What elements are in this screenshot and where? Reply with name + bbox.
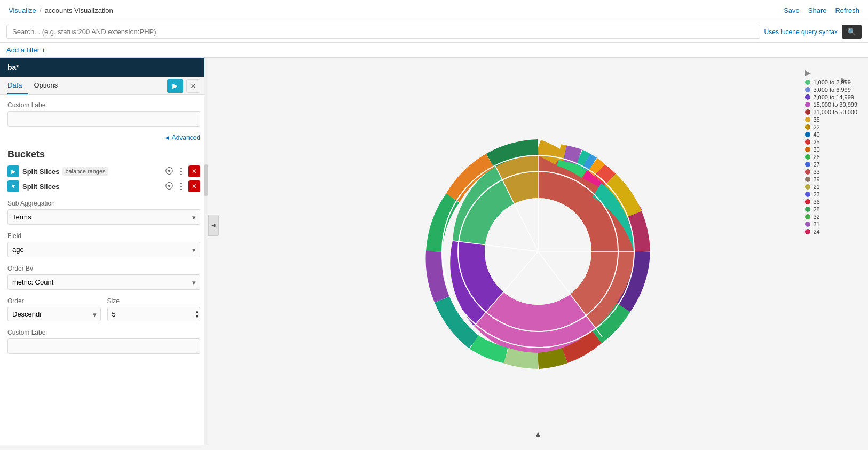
legend-items: 1,000 to 2,9993,000 to 6,9997,000 to 14,… xyxy=(805,79,857,235)
legend-item[interactable]: 30 xyxy=(805,146,857,153)
legend-dot xyxy=(805,94,810,100)
outer-arc-sliver4[interactable] xyxy=(579,157,586,161)
bucket-row-2: ▼ Split Slices ⦿ ⋮ ✕ xyxy=(7,180,200,192)
buckets-title: Buckets xyxy=(7,149,200,160)
search-bar: Uses lucene query syntax 🔍 xyxy=(0,21,868,43)
outer-arc-green3[interactable] xyxy=(434,198,453,251)
outer-arc-purple[interactable] xyxy=(434,251,442,299)
bucket-delete-1[interactable]: ✕ xyxy=(188,165,200,177)
breadcrumb-separator: / xyxy=(40,6,42,14)
legend-item[interactable]: 31 xyxy=(805,221,857,227)
legend-dot xyxy=(805,139,810,145)
legend-item[interactable]: 35 xyxy=(805,116,857,123)
bucket-toggle-1[interactable]: ⦿ xyxy=(165,167,173,176)
legend-label: 28 xyxy=(813,206,819,212)
legend-item[interactable]: 22 xyxy=(805,124,857,130)
size-input[interactable] xyxy=(107,307,201,321)
top-actions: Save Share Refresh xyxy=(784,6,859,14)
advanced-link[interactable]: ◄ Advanced xyxy=(7,134,200,141)
custom-label-bottom-section: Custom Label xyxy=(7,329,200,354)
scroll-up-button[interactable]: ▲ xyxy=(534,430,542,439)
legend-item[interactable]: 7,000 to 14,999 xyxy=(805,94,857,100)
sub-aggregation-select[interactable]: Terms Filters Range xyxy=(7,209,200,225)
legend-dot xyxy=(805,87,810,92)
legend-item[interactable]: 23 xyxy=(805,191,857,198)
outer-arc-olive[interactable] xyxy=(538,356,565,361)
outer-arc-sliver1[interactable] xyxy=(599,170,610,179)
legend-item[interactable]: 28 xyxy=(805,206,857,212)
legend-dot xyxy=(805,199,810,204)
bucket-expand-icon-2: ▼ xyxy=(11,183,17,190)
search-input[interactable] xyxy=(6,25,760,39)
legend-dot xyxy=(805,207,810,212)
custom-label-bottom-input[interactable] xyxy=(7,338,200,354)
advanced-section: ◄ Advanced xyxy=(7,134,200,141)
legend-arrow-icon[interactable]: ▶ xyxy=(805,68,811,77)
bucket-toggle-2[interactable]: ⦿ xyxy=(165,181,173,191)
outer-arc-sliver5[interactable] xyxy=(565,153,579,157)
legend-item[interactable]: 21 xyxy=(805,184,857,190)
bucket-label-1: Split Slices xyxy=(22,168,59,176)
order-label: Order xyxy=(7,297,101,305)
outer-arc-sliver2[interactable] xyxy=(593,164,599,170)
outer-arc-sliver6[interactable] xyxy=(559,152,565,153)
order-col: Order Descendi Ascending xyxy=(7,297,101,321)
legend-item[interactable]: 15,000 to 30,999 xyxy=(805,101,857,108)
legend-label: 24 xyxy=(813,228,819,235)
outer-arc-sliver3[interactable] xyxy=(586,161,593,164)
bucket-expand-btn-2[interactable]: ▼ xyxy=(7,180,19,192)
legend-item[interactable]: 24 xyxy=(805,228,857,235)
order-select[interactable]: Descendi Ascending xyxy=(7,307,101,321)
save-button[interactable]: Save xyxy=(784,6,800,14)
scrollbar-thumb[interactable] xyxy=(204,164,208,196)
play-button[interactable]: ▶ xyxy=(167,79,183,93)
outer-arc-limegreen[interactable] xyxy=(506,356,538,361)
size-down-icon[interactable]: ▼ xyxy=(195,314,199,319)
filter-bar: Add a filter + xyxy=(0,43,868,58)
bucket-delete-2[interactable]: ✕ xyxy=(188,180,200,192)
legend-item[interactable]: 26 xyxy=(805,154,857,160)
left-panel: ba* Data Options ▶ ✕ Custom Label xyxy=(0,58,208,445)
custom-label-label: Custom Label xyxy=(7,101,200,109)
legend-item[interactable]: 27 xyxy=(805,161,857,168)
bucket-tag-1: balance ranges xyxy=(62,167,108,176)
sub-aggregation-label: Sub Aggregation xyxy=(7,200,200,207)
bucket-menu-2[interactable]: ⋮ xyxy=(177,181,185,192)
sub-aggregation-section: Sub Aggregation Terms Filters Range xyxy=(7,200,200,225)
refresh-button[interactable]: Refresh xyxy=(835,6,859,14)
legend-dot xyxy=(805,162,810,167)
bucket-menu-1[interactable]: ⋮ xyxy=(177,167,185,177)
add-filter-button[interactable]: Add a filter + xyxy=(6,46,45,54)
play-icon: ▶ xyxy=(172,82,178,90)
outer-arc-crimson[interactable] xyxy=(634,214,642,251)
legend-item[interactable]: 40 xyxy=(805,131,857,138)
legend-item[interactable]: 3,000 to 6,999 xyxy=(805,86,857,93)
legend-item[interactable]: 32 xyxy=(805,214,857,220)
custom-label-section: Custom Label xyxy=(7,101,200,127)
size-label: Size xyxy=(107,297,201,305)
visualize-link[interactable]: Visualize xyxy=(9,6,36,14)
panel-collapse-toggle[interactable]: ◄ xyxy=(208,215,219,236)
legend-item[interactable]: 25 xyxy=(805,139,857,145)
donut-chart xyxy=(399,113,677,390)
order-by-select[interactable]: metric: Count Custom Metric xyxy=(7,274,200,290)
bucket-expand-btn-1[interactable]: ▶ xyxy=(7,165,19,177)
legend-dot xyxy=(805,169,810,175)
field-section: Field age balance employer xyxy=(7,232,200,257)
legend-item[interactable]: 33 xyxy=(805,169,857,175)
lucene-link[interactable]: Uses lucene query syntax xyxy=(764,28,838,36)
field-select[interactable]: age balance employer xyxy=(7,242,200,257)
legend-item[interactable]: 36 xyxy=(805,199,857,205)
order-by-label: Order By xyxy=(7,265,200,272)
legend-item[interactable]: 1,000 to 2,999 xyxy=(805,79,857,85)
legend-item[interactable]: 39 xyxy=(805,176,857,183)
custom-label-input[interactable] xyxy=(7,111,200,127)
close-panel-button[interactable]: ✕ xyxy=(186,79,200,93)
collapse-icon: ◄ xyxy=(210,222,217,229)
tab-options[interactable]: Options xyxy=(34,77,64,94)
legend-label: 36 xyxy=(813,199,819,205)
legend-item[interactable]: 31,000 to 50,000 xyxy=(805,109,857,115)
tab-data[interactable]: Data xyxy=(7,77,28,94)
search-button[interactable]: 🔍 xyxy=(842,25,862,39)
share-button[interactable]: Share xyxy=(808,6,827,14)
